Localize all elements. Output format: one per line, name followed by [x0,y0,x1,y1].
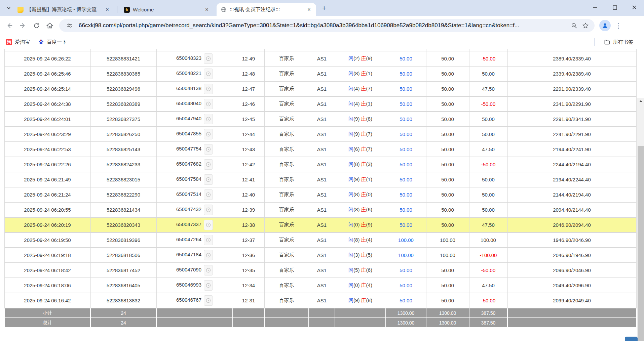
video-replay-icon[interactable] [204,99,213,109]
video-replay-icon[interactable] [204,174,213,185]
round-number-cell: 12-45 [233,112,264,127]
all-bookmarks-button[interactable]: 所有书签 [600,37,637,47]
tab-title: :::视讯 会员下注纪录::: [230,6,302,13]
bet-amount-cell[interactable]: 50.00 [386,51,426,66]
bet-amount-cell[interactable]: 50.00 [386,202,426,217]
window-minimize-button[interactable] [585,0,605,15]
round-number-cell: 12-48 [233,66,264,81]
tab-haiyan-forum[interactable]: 【新提醒】海燕论坛 - 博学交流 ✕ [13,3,114,16]
total-bet-cell: 1300.00 [386,318,426,328]
bet-amount-cell[interactable]: 50.00 [386,127,426,142]
window-close-button[interactable] [624,0,644,15]
bookmark-baidu[interactable]: 百度一下 [34,37,71,47]
back-to-top-button[interactable] [625,337,638,341]
video-replay-icon[interactable] [204,53,213,64]
bet-amount-cell[interactable]: 50.00 [386,96,426,112]
new-tab-button[interactable]: + [319,3,329,13]
bet-record-row: 2025-09-24 06:16:42522836813832650046767… [4,293,636,308]
tab-welcome[interactable]: ♞ Welcome ✕ [120,3,214,16]
profile-avatar[interactable] [599,20,611,31]
bet-amount-cell[interactable]: 50.00 [386,187,426,202]
valid-amount-cell: 50.00 [426,293,469,308]
game-name-cell: 百家乐 [264,96,309,112]
table-name-cell: AS1 [309,263,335,278]
bet-amount-cell[interactable]: 50.00 [386,293,426,308]
video-replay-icon[interactable] [204,205,213,215]
video-replay-icon[interactable] [204,220,213,230]
game-name-cell: 百家乐 [264,157,309,172]
tab-close-icon[interactable]: ✕ [305,6,313,13]
chrome-menu-icon[interactable]: ⋮ [613,20,624,31]
scrollbar-up-arrow-icon[interactable] [637,98,644,104]
bet-amount-cell[interactable]: 50.00 [386,278,426,293]
video-replay-icon[interactable] [204,129,213,139]
bet-amount-cell[interactable]: 100.00 [386,232,426,248]
reload-icon[interactable] [30,19,43,32]
table-name-cell: AS1 [309,81,335,96]
scrollbar-thumb[interactable] [638,146,644,341]
balance-cell: 2291.90/2339.40 [507,81,636,96]
bet-record-row: 2025-09-24 06:22:26522836824233650047682… [4,157,636,172]
bookmark-aitaobao[interactable]: 淘 爱淘宝 [2,37,34,47]
video-replay-icon[interactable] [204,295,213,306]
table-name-cell: AS1 [309,248,335,263]
bet-amount-cell[interactable]: 50.00 [386,142,426,157]
vertical-scrollbar[interactable] [637,98,644,341]
url-text[interactable]: 66cxkj98.com/ipl/portal.php/game/betreco… [79,22,568,29]
tab-close-icon[interactable]: ✕ [104,6,111,13]
win-loss-cell: 47.50 [469,81,507,96]
bookmark-star-icon[interactable] [580,20,591,31]
video-replay-icon[interactable] [204,69,213,79]
bet-time-cell: 2025-09-24 06:24:38 [4,96,90,112]
video-replay-icon[interactable] [204,144,213,155]
video-replay-icon[interactable] [204,159,213,170]
table-name-cell: AS1 [309,66,335,81]
total-empty-cell [156,308,233,318]
bet-amount-cell[interactable]: 50.00 [386,263,426,278]
bet-record-row: 2025-09-24 06:18:42522836817452650047090… [4,263,636,278]
tab-bet-records-active[interactable]: :::视讯 会员下注纪录::: ✕ [217,3,316,16]
video-replay-icon[interactable] [204,84,213,94]
table-name-cell: AS1 [309,96,335,112]
total-row: 总计241300.001300.00387.50 [4,318,636,328]
game-name-cell: 百家乐 [264,217,309,232]
valid-amount-cell: 50.00 [426,172,469,187]
round-id-cell: 650047432 [156,202,233,217]
haiyan-favicon-icon [17,7,24,13]
bet-amount-cell[interactable]: 50.00 [386,112,426,127]
video-replay-icon[interactable] [204,235,213,245]
valid-amount-cell: 50.00 [426,217,469,232]
tab-search-chevron-icon[interactable] [4,3,13,13]
video-replay-icon[interactable] [204,280,213,291]
bet-amount-cell[interactable]: 50.00 [386,81,426,96]
round-number-cell: 12-38 [233,217,264,232]
bet-amount-cell[interactable]: 50.00 [386,217,426,232]
bet-detail-cell: 闲(3) 庄(5) [335,248,386,263]
tab-close-icon[interactable]: ✕ [203,6,211,13]
bet-amount-cell[interactable]: 50.00 [386,157,426,172]
page-content: 2025-09-24 06:26:22522836831421650048323… [0,49,644,341]
bet-record-row: 2025-09-24 06:25:46522836830365650048221… [4,66,636,81]
forward-icon[interactable] [16,19,30,32]
bet-detail-cell: 闲(9) 庄(1) [335,172,386,187]
bet-record-row: 2025-09-24 06:22:53522836825143650047754… [4,142,636,157]
bet-amount-cell[interactable]: 50.00 [386,172,426,187]
video-replay-icon[interactable] [204,250,213,260]
back-icon[interactable] [3,19,16,32]
site-settings-icon[interactable] [64,20,75,31]
bet-amount-cell[interactable]: 50.00 [386,66,426,81]
home-icon[interactable] [43,19,56,32]
bet-record-row: 2025-09-24 06:25:14522836829496650048138… [4,81,636,96]
video-replay-icon[interactable] [204,189,213,200]
bet-id-cell: 522836825143 [90,142,156,157]
address-bar[interactable]: 66cxkj98.com/ipl/portal.php/game/betreco… [59,19,595,32]
video-replay-icon[interactable] [204,114,213,124]
win-loss-cell: -100.00 [469,248,507,263]
round-id-cell: 650046993 [156,278,233,293]
window-maximize-button[interactable] [605,0,624,15]
total-empty-cell [309,318,335,328]
video-replay-icon[interactable] [204,265,213,275]
bet-amount-cell[interactable]: 100.00 [386,248,426,263]
game-name-cell: 百家乐 [264,202,309,217]
zoom-level-icon[interactable] [568,20,580,31]
